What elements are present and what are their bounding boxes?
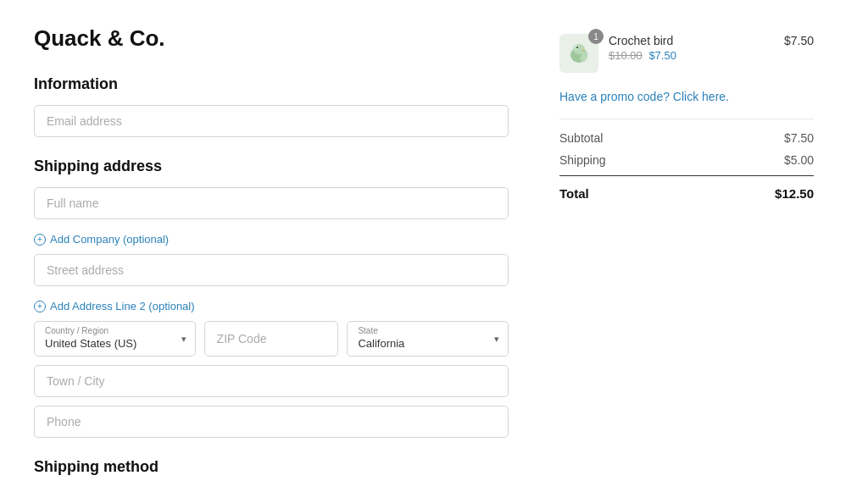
add-address-line2-link[interactable]: + Add Address Line 2 (optional) (34, 300, 195, 312)
svg-point-3 (576, 47, 578, 48)
order-summary: Subtotal $7.50 Shipping $5.00 Total $12.… (559, 119, 814, 201)
city-input[interactable] (34, 365, 509, 397)
add-company-link[interactable]: + Add Company (optional) (34, 233, 169, 246)
page-wrapper: Quack & Co. Information Shipping address… (0, 0, 868, 481)
shipping-method-section: Shipping method Flat rate $5.00 (34, 458, 509, 481)
total-value: $12.50 (775, 186, 814, 201)
item-name: Crochet bird (609, 34, 774, 47)
promo-code-link[interactable]: Have a promo code? Click here. (559, 90, 814, 103)
total-row: Total $12.50 (559, 175, 814, 201)
item-sale-price: $7.50 (648, 49, 676, 62)
item-details: Crochet bird $10.00 $7.50 (609, 34, 774, 62)
phone-group (34, 406, 509, 438)
address-row: Country / Region United States (US) ▾ Un… (34, 321, 509, 357)
add-address-line2-icon: + (34, 301, 46, 312)
country-region-group: Country / Region United States (US) ▾ Un… (34, 321, 196, 357)
country-select-wrapper[interactable]: Country / Region United States (US) ▾ Un… (34, 321, 196, 357)
subtotal-value: $7.50 (784, 131, 814, 145)
order-item: 1 Crochet bird $10.00 $7.50 $7.50 (559, 34, 814, 73)
item-image-wrap: 1 (559, 34, 598, 73)
total-label: Total (559, 186, 589, 201)
subtotal-label: Subtotal (559, 131, 603, 145)
email-input[interactable] (34, 105, 509, 137)
email-group (34, 105, 509, 137)
store-title: Quack & Co. (34, 25, 509, 52)
item-original-price: $10.00 (609, 49, 643, 62)
shipping-label: Shipping (559, 153, 606, 167)
shipping-value: $5.00 (784, 153, 814, 167)
phone-input[interactable] (34, 406, 509, 438)
full-name-group (34, 187, 509, 219)
state-select-wrapper[interactable]: State California ▾ California (347, 321, 509, 357)
street-address-group (34, 254, 509, 286)
crochet-bird-image (564, 38, 594, 69)
add-company-icon: + (34, 234, 46, 246)
city-group (34, 365, 509, 397)
shipping-row: Shipping $5.00 (559, 153, 814, 167)
full-name-input[interactable] (34, 187, 509, 219)
zip-input[interactable] (204, 321, 339, 357)
shipping-method-title: Shipping method (34, 458, 509, 476)
information-section-title: Information (34, 75, 509, 93)
zip-group (204, 321, 339, 357)
add-address-line2-label: Add Address Line 2 (optional) (50, 300, 195, 312)
subtotal-row: Subtotal $7.50 (559, 131, 814, 145)
item-total: $7.50 (784, 34, 814, 47)
left-column: Quack & Co. Information Shipping address… (34, 25, 509, 481)
information-section: Information (34, 75, 509, 137)
right-column: 1 Crochet bird $10.00 $7.50 $7.50 Have a… (559, 25, 814, 481)
item-prices: $10.00 $7.50 (609, 49, 774, 62)
shipping-address-section: Shipping address + Add Company (optional… (34, 158, 509, 438)
shipping-address-title: Shipping address (34, 158, 509, 175)
add-company-label: Add Company (optional) (50, 233, 169, 246)
state-group: State California ▾ California (347, 321, 509, 357)
street-address-input[interactable] (34, 254, 509, 286)
item-quantity-badge: 1 (588, 29, 604, 44)
